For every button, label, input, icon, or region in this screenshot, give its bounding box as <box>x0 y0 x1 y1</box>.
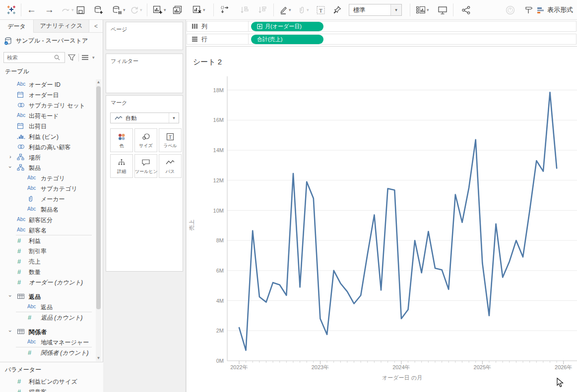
pause-caret-icon[interactable]: ▾ <box>123 7 126 12</box>
field-item[interactable]: #割引率 <box>0 246 96 256</box>
rows-shelf[interactable]: 行 合計(売上) <box>187 34 577 45</box>
fit-select-caret-icon[interactable]: ▾ <box>390 4 401 15</box>
sheet-pane[interactable]: シート 2 0M2M4M6M8M10M12M14M16M18M2022年2023… <box>186 46 577 392</box>
collapse-arrow-icon[interactable]: › <box>7 330 13 332</box>
duplicate-sheet-button[interactable] <box>173 0 182 20</box>
group-members-button[interactable]: ▾ <box>298 0 309 20</box>
scroll-up-icon[interactable]: ▲ <box>96 79 101 85</box>
detail-button[interactable]: 詳細 <box>110 154 133 178</box>
color-button[interactable]: 色 <box>110 128 133 152</box>
field-item[interactable]: Abc地域マネージャー <box>0 337 96 347</box>
field-item[interactable]: ›返品 <box>0 291 96 302</box>
mark-type-caret-icon[interactable]: ▾ <box>169 113 179 123</box>
sort-ascending-button[interactable] <box>240 0 249 20</box>
tooltip-signpost-button[interactable] <box>524 0 534 20</box>
fit-select[interactable]: 標準 ▾ <box>349 4 402 16</box>
pause-auto-updates-button[interactable]: ▾ <box>112 0 126 20</box>
field-item[interactable]: #関係者 (カウント) <box>0 347 96 358</box>
new-worksheet-caret-icon[interactable]: ▾ <box>164 7 166 12</box>
save-button[interactable] <box>76 0 85 20</box>
show-mark-labels-button[interactable]: T <box>316 0 325 20</box>
swap-rows-columns-button[interactable] <box>220 0 230 20</box>
field-label: 関係者 <box>29 328 47 336</box>
tab-data[interactable]: データ <box>0 20 34 33</box>
filters-card[interactable]: フィルター <box>106 54 183 93</box>
field-item[interactable]: Abc返品 <box>0 302 96 312</box>
field-item[interactable]: #利益ビンのサイズ <box>0 376 103 387</box>
field-item[interactable]: Abcカテゴリ <box>0 173 96 183</box>
show-hide-cards-button[interactable]: ▾ <box>416 0 429 20</box>
pages-card[interactable]: ページ <box>106 22 183 50</box>
redo-caret-icon[interactable]: ▾ <box>71 7 74 12</box>
svg-text:2022年: 2022年 <box>230 364 248 370</box>
expand-field-icon[interactable] <box>257 24 262 29</box>
pill-sum-sales[interactable]: 合計(売上) <box>251 35 323 44</box>
field-item[interactable]: Abc出荷モード <box>0 111 96 121</box>
field-item[interactable]: 利益の高い顧客 <box>0 142 96 152</box>
marks-card[interactable]: マーク 自動 ▾ 色 サイズ T ラベル 詳細 ツールヒント パス <box>106 95 183 272</box>
clear-sheet-caret-icon[interactable]: ▾ <box>203 7 205 12</box>
field-item[interactable]: メーカー <box>0 194 96 204</box>
search-input[interactable] <box>4 53 54 62</box>
group-caret-icon[interactable]: ▾ <box>307 7 309 12</box>
search-box[interactable] <box>3 52 65 63</box>
field-item[interactable]: #数量 <box>0 267 96 277</box>
pill-month-order-date[interactable]: 月(オーダー日) <box>251 22 323 31</box>
show-me-button[interactable]: 表示形式 <box>537 0 573 20</box>
new-worksheet-button[interactable]: ▾ <box>153 0 166 20</box>
field-item[interactable]: ›関係者 <box>0 327 96 337</box>
field-item[interactable]: #利益 <box>0 235 96 246</box>
back-button[interactable]: ← <box>27 0 36 20</box>
refresh-caret-icon[interactable]: ▾ <box>140 7 142 12</box>
filter-fields-icon[interactable] <box>67 54 76 61</box>
field-item[interactable]: #得意客 <box>0 387 103 392</box>
label-button[interactable]: T ラベル <box>159 128 182 152</box>
path-button[interactable]: パス <box>159 154 182 178</box>
refresh-datasource-button[interactable]: ▾ <box>130 0 142 20</box>
field-item[interactable]: ›製品 <box>0 163 96 173</box>
collapse-pane-button[interactable]: < <box>89 20 103 32</box>
field-item[interactable]: #返品 (カウント) <box>0 312 96 323</box>
hash-icon: # <box>27 349 33 357</box>
collapse-arrow-icon[interactable]: › <box>7 295 13 297</box>
field-item[interactable]: 利益 (ビン) <box>0 131 96 142</box>
svg-text:8M: 8M <box>216 237 224 243</box>
view-options-caret-icon[interactable]: ▾ <box>92 55 95 60</box>
highlight-caret-icon[interactable]: ▾ <box>289 7 291 12</box>
fields-scrollbar[interactable]: ▲ ▼ <box>96 79 101 361</box>
fix-axes-button[interactable] <box>333 0 342 20</box>
clear-sheet-button[interactable]: ▾ <box>192 0 205 20</box>
view-options-icon[interactable] <box>81 54 89 61</box>
highlight-button[interactable]: ▾ <box>279 0 291 20</box>
field-item[interactable]: #売上 <box>0 256 96 267</box>
field-label: メーカー <box>41 195 65 204</box>
field-item[interactable]: ›場所 <box>0 152 96 163</box>
share-button[interactable] <box>461 0 471 20</box>
new-datasource-button[interactable] <box>94 0 104 20</box>
field-item[interactable]: サブカテゴリ セット <box>0 100 96 111</box>
scroll-down-icon[interactable]: ▼ <box>96 355 101 361</box>
field-item[interactable]: Abc顧客区分 <box>0 215 96 225</box>
field-item[interactable]: #オーダー (カウント) <box>0 277 96 287</box>
mark-type-dropdown[interactable]: 自動 ▾ <box>110 112 179 123</box>
size-button[interactable]: サイズ <box>134 128 157 152</box>
collapse-arrow-icon[interactable]: › <box>7 166 13 168</box>
expand-arrow-icon[interactable]: › <box>9 154 11 160</box>
field-item[interactable]: Abc顧客名 <box>0 225 96 235</box>
field-item[interactable]: 出荷日 <box>0 121 96 131</box>
tooltip-button[interactable]: ツールヒント <box>134 154 157 178</box>
field-item[interactable]: オーダー日 <box>0 90 96 100</box>
field-item[interactable]: Abcサブカテゴリ <box>0 183 96 194</box>
datasource-item[interactable]: サンプル - スーパーストア <box>0 33 103 48</box>
tab-analytics[interactable]: アナリティクス <box>34 20 89 33</box>
forward-button[interactable]: → <box>45 0 54 20</box>
field-item[interactable]: Abcオーダー ID <box>0 79 96 90</box>
sort-descending-button[interactable] <box>258 0 267 20</box>
cards-caret-icon[interactable]: ▾ <box>427 7 429 12</box>
columns-shelf[interactable]: 列 月(オーダー日) <box>187 21 577 32</box>
field-item[interactable]: Abc製品名 <box>0 204 96 215</box>
scrollbar-thumb[interactable] <box>96 86 101 309</box>
redo-button[interactable]: ▾ <box>62 0 74 20</box>
sales-line-chart[interactable]: 0M2M4M6M8M10M12M14M16M18M2022年2023年2024年… <box>187 47 577 392</box>
presentation-mode-button[interactable] <box>438 0 448 20</box>
